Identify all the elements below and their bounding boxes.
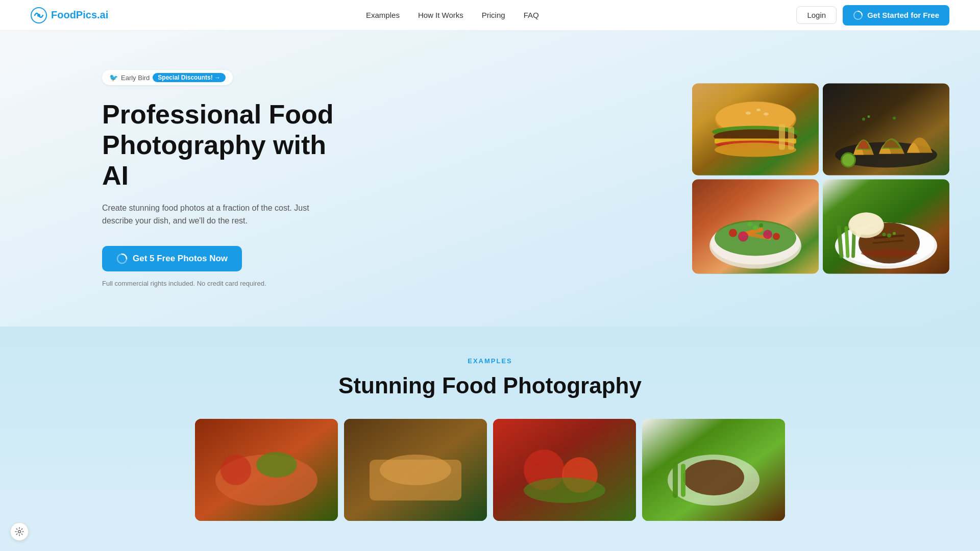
- svg-point-61: [524, 478, 605, 503]
- example-photo-4: [642, 419, 785, 521]
- svg-point-49: [883, 233, 886, 236]
- svg-point-30: [738, 232, 748, 242]
- svg-point-7: [746, 112, 751, 115]
- example-photo-1: [195, 419, 338, 521]
- salad-illustration: [692, 180, 819, 274]
- hero-cta-label: Get 5 Free Photos Now: [133, 254, 228, 264]
- nav-examples[interactable]: Examples: [366, 11, 400, 19]
- steak-illustration: [823, 180, 949, 274]
- examples-title: Stunning Food Photography: [0, 373, 980, 398]
- settings-icon: [15, 527, 24, 536]
- hero-section: 🐦 Early Bird Special Discounts! → Profes…: [0, 31, 980, 327]
- example-photo-3: [493, 419, 636, 521]
- svg-point-31: [763, 230, 772, 239]
- svg-point-47: [887, 234, 891, 238]
- svg-point-21: [862, 118, 865, 121]
- settings-button[interactable]: [10, 522, 29, 541]
- get-started-button[interactable]: Get Started for Free: [843, 5, 949, 26]
- ep1-illustration: [195, 419, 338, 521]
- navbar: FoodPics.ai Examples How It Works Pricin…: [0, 0, 980, 31]
- svg-point-57: [380, 455, 451, 485]
- hero-content: 🐦 Early Bird Special Discounts! → Profes…: [102, 70, 357, 287]
- burger-illustration: [692, 84, 819, 176]
- logo-icon: [31, 7, 47, 23]
- svg-point-67: [18, 531, 21, 533]
- badge-early-text: Early Bird: [121, 74, 150, 82]
- hero-spinner-icon: [116, 253, 128, 264]
- svg-point-35: [759, 223, 763, 228]
- example-photos-grid: [0, 419, 980, 521]
- nav-how-it-works[interactable]: How It Works: [418, 11, 463, 19]
- nav-links: Examples How It Works Pricing FAQ: [366, 11, 539, 20]
- svg-rect-15: [779, 124, 785, 150]
- logo-link[interactable]: FoodPics.ai: [31, 7, 108, 23]
- svg-point-36: [748, 222, 752, 227]
- ep3-illustration: [493, 419, 636, 521]
- svg-point-53: [220, 455, 251, 485]
- svg-point-48: [893, 232, 896, 235]
- svg-rect-65: [673, 462, 678, 498]
- svg-point-1: [37, 14, 40, 17]
- svg-point-64: [683, 460, 744, 495]
- svg-point-46: [849, 213, 883, 235]
- svg-point-33: [773, 233, 780, 240]
- badge-discount-text: Special Discounts! →: [153, 73, 226, 82]
- ep2-illustration: [344, 419, 487, 521]
- early-bird-badge: 🐦 Early Bird Special Discounts! →: [102, 70, 233, 85]
- hero-images-grid: [692, 84, 949, 274]
- hero-subtitle: Create stunning food photos at a fractio…: [102, 202, 327, 228]
- svg-rect-66: [681, 464, 685, 497]
- svg-point-34: [753, 226, 758, 231]
- login-button[interactable]: Login: [796, 6, 837, 24]
- tacos-illustration: [823, 84, 949, 176]
- svg-point-32: [729, 229, 737, 237]
- svg-point-8: [756, 109, 761, 111]
- hero-title: Professional Food Photography with AI: [102, 99, 357, 191]
- cta-label: Get Started for Free: [867, 11, 939, 19]
- svg-point-20: [842, 154, 854, 166]
- ep4-illustration: [642, 419, 785, 521]
- food-image-tacos: [823, 84, 949, 176]
- food-image-burger: [692, 84, 819, 176]
- svg-point-9: [764, 113, 769, 116]
- food-image-steak: [823, 180, 949, 274]
- svg-point-23: [893, 117, 896, 120]
- nav-actions: Login Get Started for Free: [796, 5, 949, 26]
- badge-bird-icon: 🐦: [109, 73, 118, 82]
- svg-point-50: [861, 249, 917, 258]
- examples-section: EXAMPLES Stunning Food Photography: [0, 327, 980, 551]
- nav-faq[interactable]: FAQ: [524, 11, 539, 19]
- nav-pricing[interactable]: Pricing: [482, 11, 505, 19]
- food-image-salad: [692, 180, 819, 274]
- svg-point-54: [256, 452, 297, 478]
- hero-note: Full commercial rights included. No cred…: [102, 280, 357, 287]
- svg-rect-16: [788, 127, 794, 150]
- brand-name: FoodPics.ai: [51, 9, 108, 21]
- examples-label: EXAMPLES: [0, 357, 980, 365]
- example-photo-2: [344, 419, 487, 521]
- hero-cta-button[interactable]: Get 5 Free Photos Now: [102, 246, 242, 271]
- svg-point-22: [868, 115, 870, 118]
- spinner-icon: [853, 10, 863, 20]
